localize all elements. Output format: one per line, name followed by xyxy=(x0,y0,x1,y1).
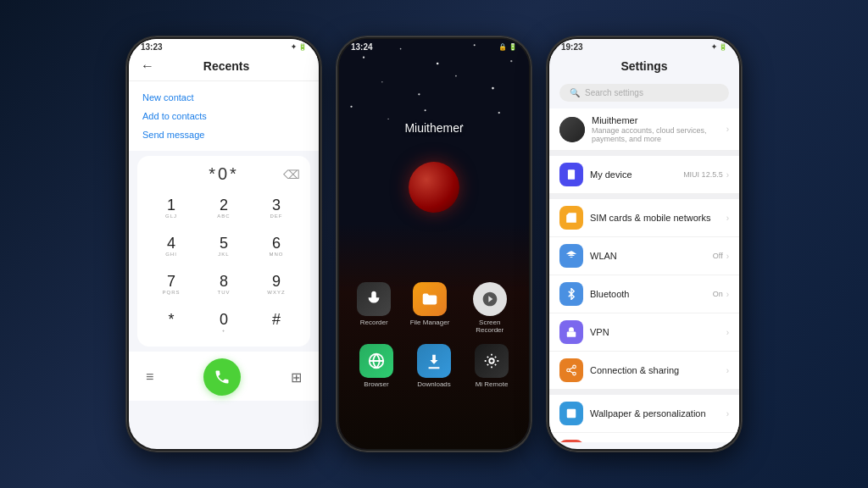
status-bar-3: 19:23 ✦ 🔋 xyxy=(549,39,739,53)
vpn-icon xyxy=(559,320,583,344)
phone-settings: 19:23 ✦ 🔋 Settings 🔍 Search settings Miu… xyxy=(547,36,742,452)
always-on-label: Always-on display & Lock screen xyxy=(590,441,726,442)
dial-key-hash[interactable]: # xyxy=(253,307,300,340)
dial-key-8[interactable]: 8TUV xyxy=(200,269,248,302)
dial-input[interactable]: *0* xyxy=(144,164,303,184)
wlan-label: WLAN xyxy=(590,251,713,261)
bluetooth-text: Bluetooth xyxy=(590,289,713,299)
lock-status-icon: 🔒 xyxy=(498,43,507,51)
svg-point-15 xyxy=(350,106,352,108)
sim-label: SIM cards & mobile networks xyxy=(590,213,726,223)
svg-point-17 xyxy=(425,109,426,111)
app-screen-recorder[interactable]: Screen Recorder xyxy=(469,282,511,334)
vpn-label: VPN xyxy=(590,327,726,337)
dial-key-0[interactable]: 0+ xyxy=(200,307,248,340)
browser-label: Browser xyxy=(364,380,388,388)
dial-display: *0* ⌫ xyxy=(144,164,303,184)
svg-point-30 xyxy=(567,369,570,372)
wallpaper-text: Wallpaper & personalization xyxy=(590,408,726,419)
time-3: 19:23 xyxy=(561,42,583,52)
settings-item-wlan[interactable]: WLAN Off › xyxy=(549,237,739,275)
app-row-2: Browser Downloads Mi Remote xyxy=(348,344,520,388)
account-text: Miuithemer Manage accounts, cloud servic… xyxy=(592,115,726,143)
sim-icon xyxy=(559,206,583,230)
recorder-icon xyxy=(357,282,391,316)
settings-list: Miuithemer Manage accounts, cloud servic… xyxy=(549,108,739,442)
svg-line-33 xyxy=(570,368,573,369)
recorder-label: Recorder xyxy=(360,319,388,326)
dial-key-7[interactable]: 7PQRS xyxy=(147,269,195,302)
settings-item-bluetooth[interactable]: Bluetooth On › xyxy=(549,275,739,313)
dial-key-1[interactable]: 1GLJ xyxy=(147,192,195,225)
chevron-icon-wlan: › xyxy=(726,252,729,261)
app-row-1: Recorder File Manager Screen Recorder xyxy=(348,282,520,334)
dial-key-4[interactable]: 4GHI xyxy=(147,230,195,263)
account-sublabel: Manage accounts, cloud services, payment… xyxy=(592,126,726,143)
recents-actions: New contact Add to contacts Send message xyxy=(129,81,319,151)
settings-item-sim[interactable]: SIM cards & mobile networks › xyxy=(549,199,739,237)
app-files[interactable]: File Manager xyxy=(410,282,450,334)
phone-recents: 13:23 ✦ 🔋 ← Recents New contact Add to c… xyxy=(126,36,321,452)
status-bar-2: 13:24 🔒 🔋 xyxy=(339,39,529,53)
recents-header: ← Recents xyxy=(129,53,319,81)
svg-point-11 xyxy=(492,87,494,90)
files-icon xyxy=(413,282,447,316)
settings-item-wallpaper[interactable]: Wallpaper & personalization › xyxy=(549,395,739,433)
menu-icon[interactable]: ≡ xyxy=(146,369,153,385)
dial-key-2[interactable]: 2ABC xyxy=(200,192,248,225)
mi-remote-label: Mi Remote xyxy=(476,380,509,388)
dial-key-3[interactable]: 3DEF xyxy=(253,192,300,225)
svg-point-3 xyxy=(437,63,439,65)
moon xyxy=(409,162,459,213)
bluetooth-icon: ✦ xyxy=(291,43,297,51)
svg-point-31 xyxy=(573,372,576,375)
battery-icon-3: 🔋 xyxy=(719,43,727,51)
add-to-contacts-button[interactable]: Add to contacts xyxy=(142,107,305,125)
dial-key-6[interactable]: 6MNO xyxy=(253,230,300,263)
account-name: Miuithemer xyxy=(592,115,726,125)
app-mi-remote[interactable]: Mi Remote xyxy=(475,344,509,388)
chevron-icon-vpn: › xyxy=(726,328,729,337)
settings-item-vpn[interactable]: VPN › xyxy=(549,313,739,352)
dial-grid: 1GLJ 2ABC 3DEF 4GHI 5JKL 6MNO 7PQRS 8TUV… xyxy=(144,192,303,340)
recents-title: Recents xyxy=(163,59,290,73)
dial-key-star[interactable]: * xyxy=(147,307,195,340)
app-browser[interactable]: Browser xyxy=(359,344,393,388)
backspace-button[interactable]: ⌫ xyxy=(283,168,300,181)
search-bar[interactable]: 🔍 Search settings xyxy=(559,84,729,102)
phone-icon xyxy=(214,369,231,385)
svg-point-10 xyxy=(455,75,457,77)
search-icon: 🔍 xyxy=(570,88,580,97)
svg-point-29 xyxy=(573,365,576,369)
back-button[interactable]: ← xyxy=(141,58,154,74)
wlan-value: Off xyxy=(713,252,723,260)
dial-key-5[interactable]: 5JKL xyxy=(200,230,248,263)
home-greeting: Miuithemer xyxy=(339,121,529,135)
downloads-icon xyxy=(417,344,451,378)
battery-icon-2: 🔋 xyxy=(509,43,517,51)
chevron-icon-account: › xyxy=(726,125,729,134)
call-button[interactable] xyxy=(203,358,241,396)
send-message-button[interactable]: Send message xyxy=(142,125,305,144)
settings-item-connection[interactable]: Connection & sharing › xyxy=(549,352,739,390)
device-icon xyxy=(559,163,583,186)
settings-header: Settings xyxy=(549,53,739,80)
settings-item-always-on[interactable]: Always-on display & Lock screen › xyxy=(549,433,739,442)
chevron-icon-connection: › xyxy=(726,366,729,375)
grid-icon[interactable]: ⊞ xyxy=(291,369,302,385)
settings-item-my-device[interactable]: My device MIUI 12.5.5 › xyxy=(549,156,739,194)
status-bar-1: 13:23 ✦ 🔋 xyxy=(129,39,319,53)
svg-point-16 xyxy=(387,119,388,119)
dial-key-9[interactable]: 9WXYZ xyxy=(253,269,300,302)
account-item[interactable]: Miuithemer Manage accounts, cloud servic… xyxy=(549,108,739,151)
battery-icon: 🔋 xyxy=(298,43,307,51)
svg-line-32 xyxy=(570,371,573,373)
new-contact-button[interactable]: New contact xyxy=(142,88,305,107)
screen-recorder-icon xyxy=(473,282,507,316)
app-downloads[interactable]: Downloads xyxy=(417,344,451,388)
my-device-text: My device xyxy=(590,169,683,180)
app-recorder[interactable]: Recorder xyxy=(357,282,391,334)
bluetooth-icon-3: ✦ xyxy=(711,43,717,51)
search-placeholder: Search settings xyxy=(585,88,643,97)
sim-text: SIM cards & mobile networks xyxy=(590,213,726,223)
